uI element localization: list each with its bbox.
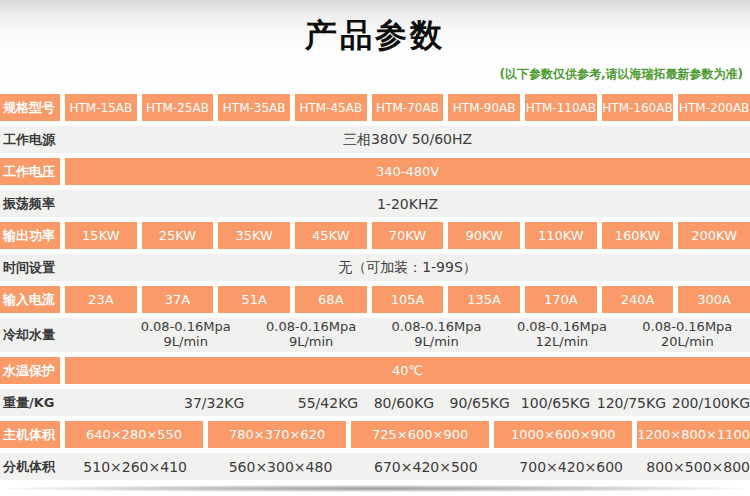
output-power-cell: 25KW [142,222,214,249]
row-label-main-unit-size: 主机体积 [0,421,60,448]
cooling-pressure: 0.08-0.16Mpa [266,320,356,335]
table-row-output-power: 输出功率 15KW 25KW 35KW 45KW 70KW 90KW 110KW… [0,222,750,249]
oscillation-frequency-value: 1-20KHZ [65,190,750,217]
input-current-cell: 135A [448,286,520,313]
table-row-main-unit-size: 主机体积 640×280×550 780×370×620 725×600×900… [0,421,750,448]
input-current-cell: 240A [602,286,674,313]
table-row-time-setting: 时间设置 无（可加装：1-99S） [0,254,750,281]
row-label-water-temp-protection: 水温保护 [0,357,60,384]
row-label-cooling-water: 冷却水量 [0,318,60,352]
model-cell: HTM-45AB [295,94,367,121]
row-label-time-setting: 时间设置 [0,254,60,281]
input-current-cell: 68A [295,286,367,313]
cooling-flow: 12L/min [536,335,589,350]
cooling-flow: 9L/min [289,335,333,350]
row-label-weight: 重量/KG [0,389,60,416]
output-power-cell: 200KW [678,222,750,249]
input-current-cell: 170A [525,286,597,313]
table-row-spec-models: 规格型号 HTM-15AB HTM-25AB HTM-35AB HTM-45AB… [0,94,750,121]
model-cell: HTM-110AB [525,94,597,121]
table-row-power-supply: 工作电源 三相380V 50/60HZ [0,126,750,153]
cooling-flow: 20L/min [661,335,714,350]
cooling-water-cell: 0.08-0.16Mpa 12L/min [499,318,624,352]
table-row-water-temp-protection: 水温保护 40℃ [0,357,750,384]
sub-unit-size-cell: 560×300×480 [210,453,350,480]
sub-unit-size-cell: 800×500×800 [646,453,750,480]
table-row-sub-unit-size: 分机体积 510×260×410 560×300×480 670×420×500… [0,453,750,480]
spec-table: 规格型号 HTM-15AB HTM-25AB HTM-35AB HTM-45AB… [0,88,750,480]
row-label-working-voltage: 工作电压 [0,158,60,185]
table-row-input-current: 输入电流 23A 37A 51A 68A 105A 135A 170A 240A… [0,286,750,313]
sub-unit-size-cell: 700×420×600 [501,453,641,480]
output-power-cell: 35KW [218,222,290,249]
model-cell: HTM-35AB [218,94,290,121]
cooling-flow: 9L/min [163,335,207,350]
input-current-cell: 23A [65,286,137,313]
main-unit-size-cell: 780×370×620 [208,421,346,448]
time-setting-value: 无（可加装：1-99S） [65,254,750,281]
weight-cell: 90/65KG [444,389,515,416]
table-row-working-voltage: 工作电压 340-480V [0,158,750,185]
weight-cell: 55/42KG [293,389,364,416]
main-unit-size-cell: 1000×600×900 [494,421,632,448]
input-current-cell: 37A [142,286,214,313]
disclaimer-note: (以下参数仅供参考,请以海瑞拓最新参数为准) [499,66,743,83]
main-unit-size-cell: 725×600×900 [351,421,489,448]
sub-unit-size-cell: 670×420×500 [356,453,496,480]
weight-cell: 37/32KG [141,389,288,416]
row-label-input-current: 输入电流 [0,286,60,313]
working-voltage-value: 340-480V [65,158,750,185]
input-current-cell: 51A [218,286,290,313]
cooling-water-cell: 0.08-0.16Mpa 9L/min [123,318,248,352]
model-cell: HTM-25AB [142,94,214,121]
output-power-cell: 160KW [602,222,674,249]
cooling-water-cell: 0.08-0.16Mpa 9L/min [374,318,499,352]
table-row-cooling-water: 冷却水量 0.08-0.16Mpa 9L/min 0.08-0.16Mpa 9L… [0,318,750,352]
output-power-cell: 110KW [525,222,597,249]
main-unit-size-cell: 640×280×550 [65,421,203,448]
model-cell: HTM-160AB [602,94,674,121]
page-header: 产品参数 (以下参数仅供参考,请以海瑞拓最新参数为准) [0,0,750,88]
bottom-shadow-divider [7,485,743,492]
cooling-water-cells: 0.08-0.16Mpa 9L/min 0.08-0.16Mpa 9L/min … [65,318,750,352]
cooling-pressure: 0.08-0.16Mpa [141,320,231,335]
table-row-oscillation-frequency: 振荡频率 1-20KHZ [0,190,750,217]
product-parameters-page: 产品参数 (以下参数仅供参考,请以海瑞拓最新参数为准) 规格型号 HTM-15A… [0,0,750,496]
output-power-cell: 90KW [448,222,520,249]
weight-cell: 200/100KG [672,389,750,416]
weight-cell: 120/75KG [596,389,667,416]
cooling-flow: 9L/min [414,335,458,350]
water-temp-value: 40℃ [65,357,750,384]
model-cell: HTM-90AB [448,94,520,121]
cooling-pressure: 0.08-0.16Mpa [517,320,607,335]
input-current-cell: 105A [372,286,444,313]
page-title: 产品参数 [305,0,445,58]
cooling-pressure: 0.08-0.16Mpa [392,320,482,335]
output-power-cell: 45KW [295,222,367,249]
weight-cell: 80/60KG [368,389,439,416]
model-cell: HTM-200AB [678,94,750,121]
output-power-cell: 70KW [372,222,444,249]
output-power-cell: 15KW [65,222,137,249]
table-row-weight: 重量/KG 37/32KG 55/42KG 80/60KG 90/65KG 10… [0,389,750,416]
input-current-cell: 300A [678,286,750,313]
row-label-oscillation-frequency: 振荡频率 [0,190,60,217]
model-cell: HTM-70AB [372,94,444,121]
model-cell: HTM-15AB [65,94,137,121]
row-label-output-power: 输出功率 [0,222,60,249]
main-unit-size-cell: 1200×800×1100 [637,421,750,448]
cooling-pressure: 0.08-0.16Mpa [642,320,732,335]
weight-cell: 100/65KG [520,389,591,416]
row-label-spec-models: 规格型号 [0,94,60,121]
cooling-water-cell: 0.08-0.16Mpa 9L/min [248,318,373,352]
sub-unit-size-cell: 510×260×410 [65,453,205,480]
cooling-water-cell: 0.08-0.16Mpa 20L/min [625,318,750,352]
row-label-power-supply: 工作电源 [0,126,60,153]
row-label-sub-unit-size: 分机体积 [0,453,60,480]
power-supply-value: 三相380V 50/60HZ [65,126,750,153]
